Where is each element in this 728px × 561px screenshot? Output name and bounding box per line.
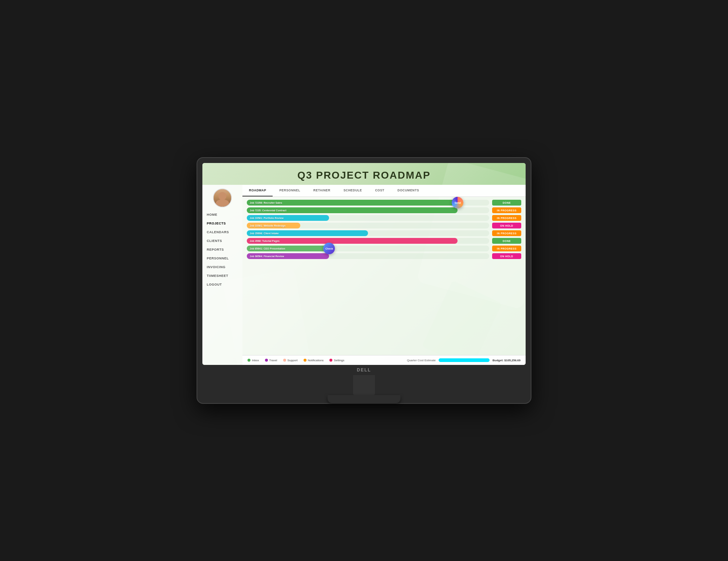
gantt-row-job-35698: Job 35698: Client Intake IN PROGRESS	[247, 230, 521, 236]
sidebar-item-logout[interactable]: LOGOUT	[202, 280, 242, 289]
status-item-inbox: Inbox	[248, 359, 259, 362]
budget-text: Budget: $105,256.69	[492, 359, 521, 362]
content-area: ROADMAP PERSONNEL RETAINER SCHEDULE COST…	[242, 185, 526, 365]
status-badge-done: DONE	[492, 238, 521, 244]
bottom-bar: Inbox Travel Support Notifications	[242, 355, 526, 365]
main-area: HOME PROJECTS CALENDARS CLIENTS REPORTS …	[202, 185, 526, 365]
gantt-bar[interactable]: Job 85641: CEO Presentation	[247, 246, 329, 251]
travel-label: Travel	[269, 359, 277, 362]
sidebar-item-calendars[interactable]: CALENDARS	[202, 228, 242, 236]
inbox-dot	[248, 359, 250, 362]
tab-roadmap[interactable]: ROADMAP	[242, 185, 273, 196]
gantt-track: Job 33581: Website Redesign	[247, 223, 489, 228]
bar-label: Job 7235: Centennial Contract	[250, 209, 286, 212]
tab-schedule[interactable]: SCHEDULE	[337, 185, 369, 196]
status-badge-in-progress: IN PROGRESS	[492, 230, 521, 236]
send-bubble[interactable]: Send	[452, 197, 463, 208]
bar-label: Job 4568: Tutorial Pages	[250, 240, 280, 242]
bar-label: Job 33581: Portfolio Review	[250, 217, 284, 219]
sidebar-item-timesheet[interactable]: TIIMESHEET	[202, 271, 242, 280]
tab-personnel[interactable]: PERSONNEL	[273, 185, 306, 196]
monitor-stand-base	[328, 395, 400, 403]
settings-label: Settings	[334, 359, 344, 362]
travel-dot	[265, 359, 268, 362]
sidebar-item-personnel[interactable]: PERSONNEL	[202, 254, 242, 263]
bar-label: Job 72358: Recruiter Sales	[250, 202, 282, 204]
sidebar-item-reports[interactable]: REPORTS	[202, 245, 242, 254]
monitor-bottom-bar: DELL	[202, 365, 526, 375]
settings-dot	[329, 359, 332, 362]
tab-bar: ROADMAP PERSONNEL RETAINER SCHEDULE COST…	[242, 185, 526, 197]
bar-label: Job 35698: Client Intake	[250, 232, 279, 235]
page-header: Q3 PROJECT ROADMAP	[202, 163, 526, 185]
gantt-row-job-33581-portfolio: Job 33581: Portfolio Review IN PROGRESS	[247, 215, 521, 221]
bar-label: Job 33581: Website Redesign	[250, 224, 285, 227]
gantt-bar[interactable]: Job 7235: Centennial Contract	[247, 207, 458, 213]
gantt-track: Job 98564: Financial Review	[247, 253, 489, 259]
tab-documents[interactable]: DOCUMENTS	[391, 185, 426, 196]
gantt-track: Job 72358: Recruiter Sales Send	[247, 200, 489, 206]
screen-content: Q3 PROJECT ROADMAP HOME PROJECTS CALENDA…	[202, 163, 526, 365]
tab-retainer[interactable]: RETAINER	[307, 185, 337, 196]
status-badge-in-progress: IN PROGRESS	[492, 246, 521, 251]
gantt-row-job-85641: Job 85641: CEO Presentation Check IN PRO…	[247, 246, 521, 251]
gantt-bar[interactable]: Job 72358: Recruiter Sales	[247, 200, 458, 206]
gantt-bar[interactable]: Job 4568: Tutorial Pages	[247, 238, 458, 244]
inbox-label: Inbox	[252, 359, 259, 362]
gantt-track: Job 85641: CEO Presentation Check	[247, 246, 489, 251]
gantt-bar[interactable]: Job 35698: Client Intake	[247, 230, 368, 236]
support-label: Support	[288, 359, 298, 362]
gantt-track: Job 33581: Portfolio Review	[247, 215, 489, 221]
status-item-settings: Settings	[329, 359, 344, 362]
status-item-notifications: Notifications	[304, 359, 324, 362]
gantt-track: Job 4568: Tutorial Pages	[247, 238, 489, 244]
support-dot	[283, 359, 286, 362]
avatar	[213, 188, 232, 207]
page-title: Q3 PROJECT ROADMAP	[202, 170, 526, 181]
tab-cost[interactable]: COST	[368, 185, 391, 196]
cost-estimate-label: Quarter Cost Estimate	[407, 359, 436, 362]
bar-label: Job 85641: CEO Presentation	[250, 247, 285, 250]
bar-label: Job 98564: Financial Review	[250, 255, 284, 258]
gantt-row-job-98564: Job 98564: Financial Review ON HOLD	[247, 253, 521, 259]
gantt-bar[interactable]: Job 98564: Financial Review	[247, 253, 329, 259]
notifications-label: Notifications	[308, 359, 324, 362]
sidebar-item-clients[interactable]: CLIENTS	[202, 236, 242, 245]
monitor-stand-neck	[353, 375, 375, 395]
notifications-dot	[304, 359, 306, 362]
sidebar-item-home[interactable]: HOME	[202, 210, 242, 219]
status-badge-done: DONE	[492, 200, 521, 206]
check-bubble[interactable]: Check	[323, 243, 335, 254]
avatar-image	[214, 189, 231, 207]
dell-logo: DELL	[357, 367, 371, 373]
status-badge-in-progress: IN PROGRESS	[492, 215, 521, 221]
status-badge-on-hold: ON HOLD	[492, 253, 521, 259]
sidebar: HOME PROJECTS CALENDARS CLIENTS REPORTS …	[202, 185, 242, 365]
status-badge-in-progress: IN PROGRESS	[492, 207, 521, 213]
gantt-row-job-7235: Job 7235: Centennial Contract IN PROGRES…	[247, 207, 521, 213]
gantt-row-job-4568: Job 4568: Tutorial Pages DONE	[247, 238, 521, 244]
cost-bar	[439, 358, 490, 362]
monitor-screen: Q3 PROJECT ROADMAP HOME PROJECTS CALENDA…	[202, 163, 526, 365]
cost-estimate: Quarter Cost Estimate Budget: $105,256.6…	[407, 358, 521, 362]
status-item-travel: Travel	[265, 359, 277, 362]
status-badge-on-hold: ON HOLD	[492, 223, 521, 228]
gantt-track: Job 7235: Centennial Contract	[247, 207, 489, 213]
status-item-support: Support	[283, 359, 298, 362]
gantt-bar[interactable]: Job 33581: Portfolio Review	[247, 215, 329, 221]
gantt-row-job-33581-website: Job 33581: Website Redesign ON HOLD	[247, 223, 521, 228]
avatar-area	[213, 185, 232, 210]
nav-menu: HOME PROJECTS CALENDARS CLIENTS REPORTS …	[202, 210, 242, 365]
gantt-row-job-72358: Job 72358: Recruiter Sales Send DONE	[247, 200, 521, 206]
gantt-bar[interactable]: Job 33581: Website Redesign	[247, 223, 300, 228]
sidebar-item-projects[interactable]: PROJECTS	[202, 219, 242, 228]
gantt-track: Job 35698: Client Intake	[247, 230, 489, 236]
monitor: Q3 PROJECT ROADMAP HOME PROJECTS CALENDA…	[197, 157, 531, 404]
sidebar-item-invoicing[interactable]: INVOICING	[202, 263, 242, 271]
roadmap-area: Job 72358: Recruiter Sales Send DONE Job…	[242, 197, 526, 355]
